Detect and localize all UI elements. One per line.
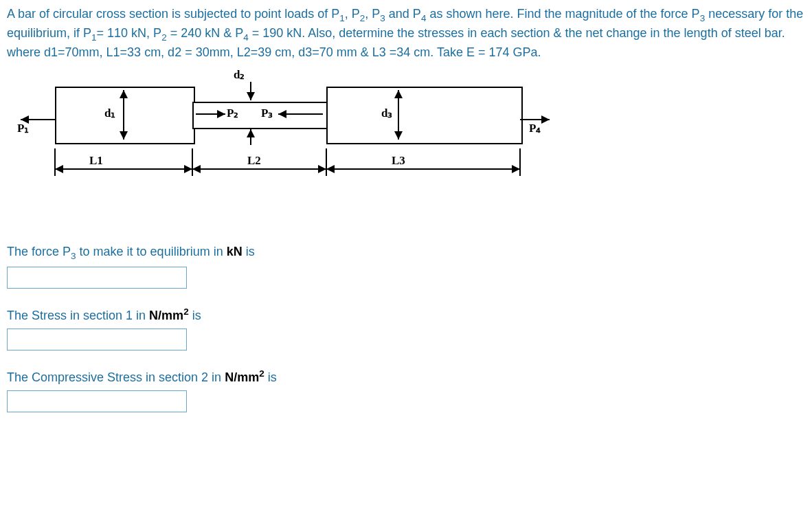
answer-input-stress2[interactable] [7,390,187,412]
problem-statement: A bar of circular cross section is subje… [7,5,805,60]
bar-diagram: d₁ d₂ d₃ P₁ P₂ P₃ P₄ L1 L2 L3 [7,66,556,224]
text: The Compressive Stress in section 2 in [7,370,225,384]
answer-input-p3[interactable] [7,267,187,289]
question-1: The force P3 to make it to equilibrium i… [7,245,805,261]
text: to make it to equilibrium in [76,245,227,258]
text: is [264,370,277,384]
label-d2: d₂ [234,67,245,82]
text: The force P [7,245,71,258]
question-2: The Stress in section 1 in N/mm2 is [7,307,805,323]
diagram-arrows [7,66,556,224]
text: is [243,245,255,258]
text: A bar of circular cross section is subje… [7,7,339,21]
text: as shown here. Find the magnitude of the… [426,7,699,21]
label-p1: P₁ [17,121,29,135]
label-d1: d₁ [104,106,115,120]
unit: N/mm [225,370,259,384]
question-3: The Compressive Stress in section 2 in N… [7,368,805,385]
answer-input-stress1[interactable] [7,329,187,350]
label-p2: P₂ [227,106,238,120]
label-l1: L1 [89,154,103,168]
label-p3: P₃ [261,106,273,120]
text: The Stress in section 1 in [7,309,149,322]
text: = 110 kN, P [97,26,162,40]
label-d3: d₃ [381,106,392,120]
text: is [189,309,201,322]
label-p4: P₄ [529,121,541,135]
text: = 240 kN & P [167,26,244,40]
label-l3: L3 [392,154,405,168]
unit: N/mm [149,309,183,322]
label-l2: L2 [247,154,261,168]
unit: kN [227,245,243,258]
